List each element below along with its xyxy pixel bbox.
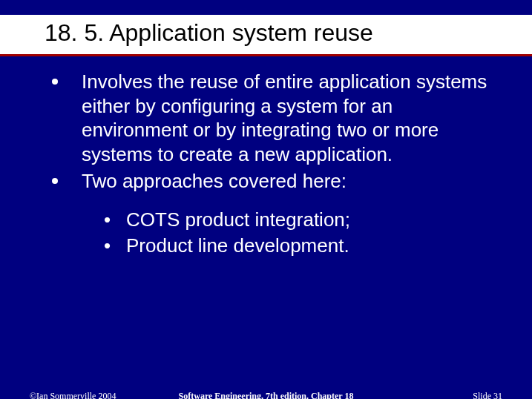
sub-list-text: COTS product integration; (126, 208, 350, 231)
footer-center: Software Engineering, 7th edition. Chapt… (0, 391, 532, 399)
slide-title: 18. 5. Application system reuse (45, 19, 532, 47)
sub-list-item: •Product line development. (104, 233, 502, 259)
bullet-dot-icon: • (104, 207, 111, 233)
title-container: 18. 5. Application system reuse (0, 15, 532, 56)
slide-body: Involves the reuse of entire application… (0, 56, 532, 259)
footer-slide-number: Slide 31 (473, 391, 502, 399)
sub-list-item: •COTS product integration; (104, 207, 502, 233)
slide: 18. 5. Application system reuse Involves… (0, 15, 532, 399)
list-item: Involves the reuse of entire application… (52, 70, 502, 166)
list-item: Two approaches covered here: (52, 169, 502, 194)
main-list: Involves the reuse of entire application… (52, 70, 502, 194)
sub-list: •COTS product integration; •Product line… (52, 207, 502, 259)
sub-list-text: Product line development. (126, 234, 349, 257)
bullet-dot-icon: • (104, 233, 111, 259)
